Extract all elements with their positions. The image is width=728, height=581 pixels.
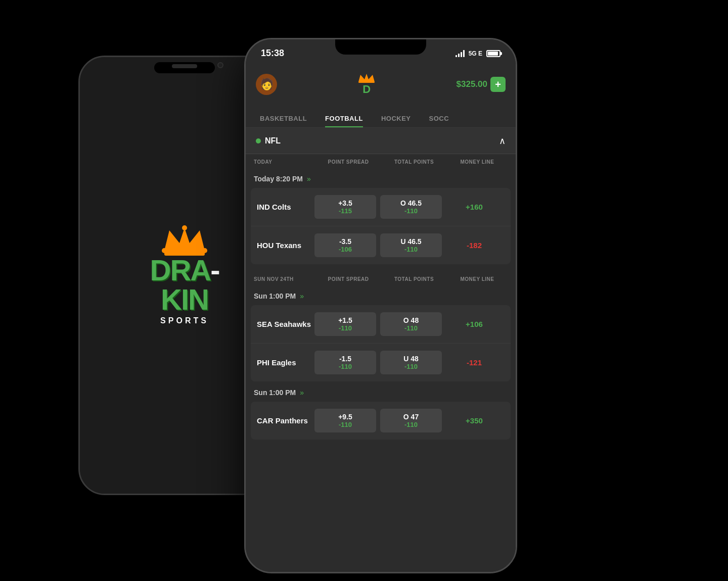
team-row-ind: IND Colts +3.5 -115 O 46.5 -110 +160 xyxy=(251,188,511,226)
sun-date-col: SUN NOV 24TH xyxy=(254,276,315,282)
game-link-icon-sun2: » xyxy=(300,389,304,397)
status-right-icons: 5G E xyxy=(456,50,500,57)
tab-basketball[interactable]: BASKETBALL xyxy=(251,110,316,127)
spread-cell-car[interactable]: +9.5 -110 xyxy=(314,409,376,432)
signal-icon xyxy=(456,50,465,57)
dk-crown-header-icon xyxy=(357,73,376,83)
spread-cell-hou[interactable]: -3.5 -106 xyxy=(314,233,376,257)
draftkings-logo: DRA - KIN SPORTS xyxy=(150,225,219,325)
total-value-phi: U 48 xyxy=(385,355,437,363)
game-time-sun2[interactable]: Sun 1:00 PM » xyxy=(246,383,516,400)
game-time-label-sun2: Sun 1:00 PM xyxy=(254,389,296,397)
crown-icon xyxy=(162,225,207,256)
battery-icon xyxy=(486,50,500,57)
game-time-today[interactable]: Today 8:20 PM » xyxy=(246,170,516,186)
spread-cell-ind[interactable]: +3.5 -115 xyxy=(314,195,376,219)
today-col: TODAY xyxy=(254,159,315,165)
game-matchup-sea-phi: SEA Seahawks +1.5 -110 O 48 -110 +106 xyxy=(251,305,511,381)
total-odds-phi: -110 xyxy=(385,363,437,370)
game-time-label: Today 8:20 PM xyxy=(254,175,303,183)
total-odds-sea: -110 xyxy=(385,324,437,332)
game-time-label-sun1: Sun 1:00 PM xyxy=(254,292,296,300)
spread-value-phi: -1.5 xyxy=(320,355,371,363)
phone-back-speaker xyxy=(172,64,197,68)
dk-text-white: - xyxy=(210,256,219,285)
dk-d-logo: D xyxy=(362,83,371,96)
spread-odds-car: -110 xyxy=(320,421,371,428)
dk-text-green2: KIN xyxy=(161,285,208,314)
phone-front: 15:38 5G E 🧑 xyxy=(244,38,517,573)
spread-cell-sea[interactable]: +1.5 -110 xyxy=(314,312,376,336)
balance-amount: $325.00 xyxy=(457,79,487,89)
tab-hockey[interactable]: HOCKEY xyxy=(372,110,420,127)
team-name-car: CAR Panthers xyxy=(257,416,312,425)
moneyline-cell-ind[interactable]: +160 xyxy=(444,203,505,212)
add-funds-button[interactable]: + xyxy=(490,77,506,92)
point-spread-col2: POINT SPREAD xyxy=(315,276,381,282)
phone-notch xyxy=(335,39,426,55)
column-headers-today: TODAY POINT SPREAD TOTAL POINTS MONEY LI… xyxy=(246,154,516,170)
spread-cell-phi[interactable]: -1.5 -110 xyxy=(314,351,376,374)
total-points-col2: TOTAL POINTS xyxy=(381,276,447,282)
svg-point-2 xyxy=(182,225,187,230)
moneyline-value-car: +350 xyxy=(466,416,483,425)
total-cell-sea[interactable]: O 48 -110 xyxy=(380,312,442,336)
tab-soccer[interactable]: SOCC xyxy=(420,110,459,127)
app-header: 🧑 D $325.00 + xyxy=(246,67,516,102)
spread-value-hou: -3.5 xyxy=(320,237,371,246)
game-matchup-car: CAR Panthers +9.5 -110 O 47 -110 +350 xyxy=(251,402,511,440)
balance-section[interactable]: $325.00 + xyxy=(457,77,506,92)
nfl-live-dot xyxy=(256,138,261,143)
game-time-sun1[interactable]: Sun 1:00 PM » xyxy=(246,287,516,303)
moneyline-value-ind: +160 xyxy=(466,203,483,211)
spread-odds-ind: -115 xyxy=(320,207,371,215)
nfl-section-left: NFL xyxy=(256,136,281,146)
moneyline-cell-car[interactable]: +350 xyxy=(444,416,505,425)
volume-up-button xyxy=(78,148,79,173)
game-matchup-ind-hou: IND Colts +3.5 -115 O 46.5 -110 +160 xyxy=(251,188,511,264)
total-odds-ind: -110 xyxy=(385,207,437,215)
dk-logo-header: D xyxy=(357,73,376,96)
team-row-sea: SEA Seahawks +1.5 -110 O 48 -110 +106 xyxy=(251,305,511,344)
moneyline-value-phi: -121 xyxy=(467,358,482,367)
team-name-phi: PHI Eagles xyxy=(257,358,312,367)
collapse-icon[interactable]: ∧ xyxy=(499,135,506,147)
team-row-car: CAR Panthers +9.5 -110 O 47 -110 +350 xyxy=(251,402,511,440)
total-odds-car: -110 xyxy=(385,421,437,428)
phone-back-camera-icon xyxy=(217,62,223,68)
spread-odds-phi: -110 xyxy=(320,363,371,370)
status-time: 15:38 xyxy=(261,48,284,59)
moneyline-cell-phi[interactable]: -121 xyxy=(444,358,505,367)
team-row-phi: PHI Eagles -1.5 -110 U 48 -110 -121 xyxy=(251,344,511,381)
point-spread-col: POINT SPREAD xyxy=(315,159,381,165)
content-area: NFL ∧ TODAY POINT SPREAD TOTAL POINTS MO… xyxy=(246,128,516,572)
spread-odds-sea: -110 xyxy=(320,324,371,332)
total-cell-ind[interactable]: O 46.5 -110 xyxy=(380,195,442,219)
tab-football[interactable]: FOOTBALL xyxy=(316,110,372,127)
team-name-hou: HOU Texans xyxy=(257,241,312,250)
total-cell-phi[interactable]: U 48 -110 xyxy=(380,351,442,374)
total-cell-car[interactable]: O 47 -110 xyxy=(380,409,442,432)
signal-label: 5G E xyxy=(469,50,482,57)
game-link-icon: » xyxy=(307,175,311,183)
moneyline-cell-sea[interactable]: +106 xyxy=(444,320,505,329)
nfl-label: NFL xyxy=(265,136,281,146)
spread-odds-hou: -106 xyxy=(320,246,371,253)
spread-value-car: +9.5 xyxy=(320,413,371,421)
spread-value-sea: +1.5 xyxy=(320,316,371,324)
total-cell-hou[interactable]: U 46.5 -110 xyxy=(380,233,442,257)
money-line-col2: MONEY LINE xyxy=(447,276,508,282)
moneyline-cell-hou[interactable]: -182 xyxy=(444,241,505,250)
total-value-sea: O 48 xyxy=(385,316,437,324)
total-value-hou: U 46.5 xyxy=(385,237,437,246)
team-row-hou: HOU Texans -3.5 -106 U 46.5 -110 -182 xyxy=(251,226,511,264)
team-name-ind: IND Colts xyxy=(257,203,312,211)
game-link-icon-sun1: » xyxy=(300,292,304,300)
total-odds-hou: -110 xyxy=(385,246,437,253)
moneyline-value-hou: -182 xyxy=(467,241,482,250)
column-headers-sun: SUN NOV 24TH POINT SPREAD TOTAL POINTS M… xyxy=(246,271,516,287)
nfl-section-header[interactable]: NFL ∧ xyxy=(246,128,516,154)
total-points-col: TOTAL POINTS xyxy=(381,159,447,165)
user-avatar[interactable]: 🧑 xyxy=(256,74,277,95)
money-line-col: MONEY LINE xyxy=(447,159,508,165)
